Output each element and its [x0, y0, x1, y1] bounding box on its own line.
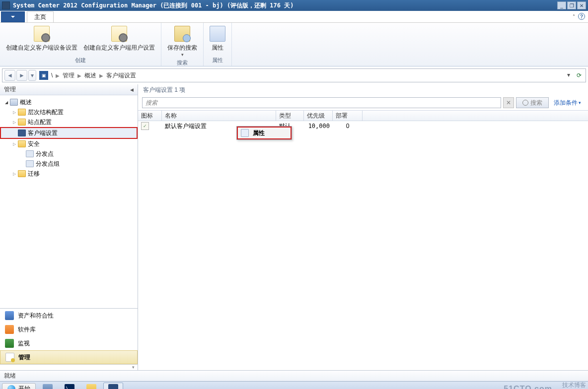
saved-search-button[interactable]: 保存的搜索 ▾ — [164, 25, 200, 58]
tab-home[interactable]: 主页 — [27, 11, 54, 22]
tray-clock[interactable]: 技术博客 2013/12/17 — [556, 382, 586, 389]
server-manager-icon — [43, 384, 53, 389]
tree-client-settings[interactable]: 客户端设置 — [0, 127, 138, 139]
search-button[interactable]: 搜索 — [516, 97, 549, 108]
folder-icon — [18, 109, 26, 116]
powershell-icon: 〉_ — [65, 384, 74, 389]
taskbar-explorer[interactable] — [81, 383, 101, 389]
admin-icon — [5, 353, 14, 362]
ribbon-group-search-label: 搜索 — [177, 58, 188, 66]
content-header-label: 客户端设置 1 项 — [143, 86, 185, 94]
col-priority[interactable]: 优先级 — [304, 111, 333, 121]
create-device-settings-button[interactable]: 创建自定义客户端设备设置 — [3, 25, 80, 56]
device-settings-icon — [34, 26, 50, 42]
chevron-down-icon: ◀ — [130, 87, 134, 92]
breadcrumb-dropdown[interactable]: ▾ — [565, 71, 573, 79]
tree-hierarchy-label: 层次结构配置 — [28, 108, 64, 117]
breadcrumb-overview[interactable]: 概述 — [83, 71, 97, 80]
col-type[interactable]: 类型 — [276, 111, 304, 121]
taskbar-server-manager[interactable] — [38, 383, 58, 389]
tree-hierarchy[interactable]: 层次结构配置 — [0, 107, 138, 117]
row-priority: 10,000 — [304, 123, 333, 130]
folder-icon — [18, 140, 26, 147]
window-controls: _ ❐ ✕ — [557, 1, 586, 9]
wb-admin[interactable]: 管理 — [0, 350, 138, 364]
tree-dist-points[interactable]: 分发点 — [0, 149, 138, 159]
taskbar: 开始 〉_ 51CTO.com 技术博客 2013/12/17 — [0, 381, 588, 389]
wb-monitoring[interactable]: 监视 — [0, 336, 138, 350]
breadcrumb-admin[interactable]: 管理 — [62, 71, 75, 80]
wb-software[interactable]: 软件库 — [0, 323, 138, 336]
windows-orb-icon — [7, 385, 15, 389]
statusbar: 就绪 — [0, 370, 588, 381]
breadcrumb-current[interactable]: 客户端设置 — [105, 71, 137, 80]
chevron-right-icon: ▶ — [77, 73, 81, 78]
ribbon-group-search: 保存的搜索 ▾ 搜索 — [161, 23, 204, 66]
wb-admin-label: 管理 — [18, 353, 30, 362]
watermark: 51CTO.com — [504, 385, 552, 389]
tree-client-settings-label: 客户端设置 — [28, 129, 58, 137]
ribbon-group-properties-label: 属性 — [212, 56, 223, 64]
taskbar-powershell[interactable]: 〉_ — [60, 383, 79, 389]
nav-forward-button[interactable]: ► — [16, 70, 27, 81]
tab-home-label: 主页 — [34, 13, 46, 21]
create-user-settings-label: 创建自定义客户端用户设置 — [83, 44, 155, 52]
wb-software-label: 软件库 — [18, 325, 36, 334]
monitor-icon — [5, 339, 14, 348]
refresh-icon[interactable]: ⟳ — [575, 71, 584, 80]
grid-row-default[interactable]: 默认客户端设置 默认 10,000 0 — [138, 121, 588, 131]
overview-icon — [10, 99, 18, 106]
app-menu-dropdown[interactable] — [1, 11, 25, 22]
grid-header: 图标 名称 类型 优先级 部署 — [138, 110, 588, 121]
start-button[interactable]: 开始 — [2, 383, 36, 389]
software-icon — [5, 325, 14, 334]
nav-tree: 概述 层次结构配置 站点配置 客户端设置 安全 分发点 — [0, 95, 138, 308]
main-body: 管理 ◀ 概述 层次结构配置 站点配置 客户端设置 安全 — [0, 84, 588, 370]
search-input[interactable]: 搜索 — [142, 97, 501, 108]
tree-overview[interactable]: 概述 — [0, 97, 138, 107]
nav-history-button[interactable]: ▾ — [28, 70, 36, 81]
chevron-right-icon: ▶ — [56, 73, 60, 78]
col-deploy[interactable]: 部署 — [333, 111, 363, 121]
add-conditions-link[interactable]: 添加条件 — [551, 99, 584, 107]
wb-assets[interactable]: 资产和符合性 — [0, 309, 138, 323]
app-icon — [2, 1, 10, 9]
properties-button[interactable]: 属性 — [207, 25, 228, 56]
clear-search-button[interactable]: ✕ — [503, 97, 514, 108]
chevron-right-icon: ▶ — [99, 73, 103, 78]
help-icon[interactable]: ? — [578, 13, 585, 20]
row-deploy: 0 — [333, 123, 363, 130]
minimize-button[interactable]: _ — [557, 1, 566, 9]
search-button-label: 搜索 — [530, 99, 542, 107]
breadcrumb-root-icon[interactable]: ▣ — [39, 71, 48, 80]
wb-assets-label: 资产和符合性 — [18, 312, 54, 320]
tree-security[interactable]: 安全 — [0, 139, 138, 149]
wunderbar: 资产和符合性 软件库 监视 管理 ▾ — [0, 308, 138, 370]
tree-site[interactable]: 站点配置 — [0, 117, 138, 127]
context-properties[interactable]: 属性 — [238, 128, 291, 138]
tree-dist-groups[interactable]: 分发点组 — [0, 159, 138, 169]
tree-overview-label: 概述 — [20, 98, 32, 107]
breadcrumb-root-sep[interactable]: \ — [50, 72, 54, 79]
ribbon-group-create: 创建自定义客户端设备设置 创建自定义客户端用户设置 创建 — [0, 23, 161, 66]
context-properties-label: 属性 — [253, 129, 265, 137]
col-icon[interactable]: 图标 — [138, 111, 162, 121]
wunderbar-options-icon[interactable]: ▾ — [132, 365, 135, 370]
ribbon-collapse-icon[interactable]: ˄ — [573, 14, 575, 19]
restore-button[interactable]: ❐ — [567, 1, 576, 9]
properties-icon — [241, 129, 249, 137]
system-tray: 51CTO.com 技术博客 2013/12/17 — [504, 382, 586, 389]
taskbar-sccm[interactable] — [103, 383, 123, 389]
properties-icon — [210, 26, 225, 42]
content-panel: 客户端设置 1 项 搜索 ✕ 搜索 添加条件 图标 名称 类型 优先级 部署 默… — [138, 84, 588, 370]
close-button[interactable]: ✕ — [577, 1, 586, 9]
col-name[interactable]: 名称 — [162, 111, 276, 121]
nav-header[interactable]: 管理 ◀ — [0, 84, 138, 95]
properties-label: 属性 — [212, 44, 223, 52]
nav-back-button[interactable]: ◄ — [4, 70, 15, 81]
context-menu: 属性 — [236, 126, 292, 140]
tree-dist-points-label: 分发点 — [36, 150, 54, 158]
nav-panel: 管理 ◀ 概述 层次结构配置 站点配置 客户端设置 安全 — [0, 84, 138, 370]
create-user-settings-button[interactable]: 创建自定义客户端用户设置 — [80, 25, 158, 56]
tree-migration[interactable]: 迁移 — [0, 169, 138, 179]
